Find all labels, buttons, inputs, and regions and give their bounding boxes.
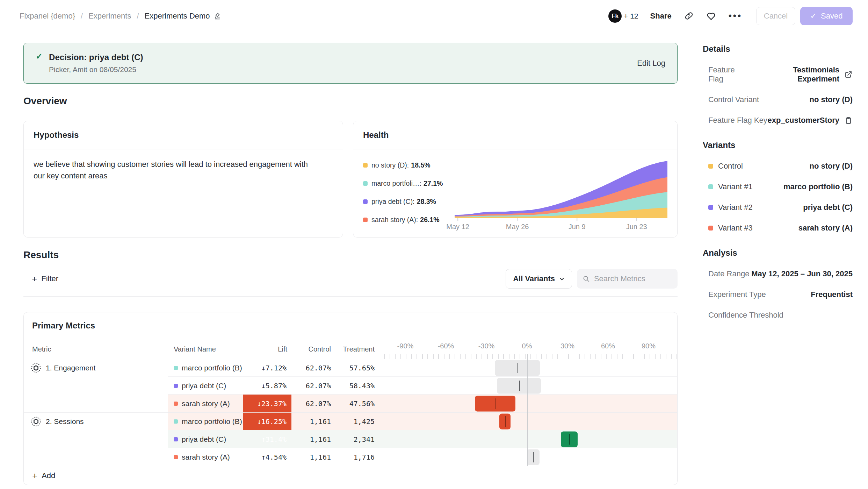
add-metric-button[interactable]: + Add	[24, 466, 677, 485]
legend-swatch	[363, 163, 368, 168]
variant-name: marco portfolio (B)	[182, 364, 242, 372]
axis-label: 90%	[642, 342, 656, 350]
breadcrumb-current[interactable]: Experiments Demo	[145, 12, 221, 21]
variants-dropdown-value: All Variants	[513, 274, 555, 283]
detail-row: Control Variantno story (D)	[708, 95, 853, 104]
lift-cell: ↓16.25%	[243, 413, 291, 430]
variant-swatch	[708, 164, 713, 169]
lift-cell: ↓23.37%	[243, 395, 291, 412]
detail-row: Feature FlagTestimonials Experiment	[708, 65, 853, 84]
analysis-value: May 12, 2025 – Jun 30, 2025	[751, 269, 853, 278]
goal-icon	[31, 363, 41, 373]
favorite-heart-icon[interactable]	[706, 11, 716, 21]
x-axis-tick	[577, 218, 577, 221]
point-estimate-marker	[518, 363, 518, 373]
confidence-interval-cell	[379, 430, 677, 448]
detail-value: exp_customerStory	[768, 116, 839, 125]
point-estimate-marker	[533, 452, 534, 462]
breadcrumb: Fixpanel {demo} / Experiments / Experime…	[20, 12, 221, 21]
x-axis-label: May 12	[446, 223, 469, 231]
breadcrumb-separator: /	[81, 12, 83, 21]
confidence-interval-cell	[379, 359, 677, 377]
metrics-table-body: 1. Engagementmarco portfolio (B)↓7.12%62…	[24, 359, 677, 466]
point-estimate-marker	[569, 434, 570, 445]
analysis-label: Confidence Threshold	[708, 311, 783, 320]
analysis-row: Date RangeMay 12, 2025 – Jun 30, 2025	[708, 269, 853, 278]
variant-swatch	[174, 419, 178, 424]
legend-item: priya debt (C):28.3%	[363, 198, 455, 206]
search-icon	[583, 275, 590, 283]
microscope-icon	[214, 12, 221, 20]
variant-cell: marco portfolio (B)	[168, 413, 243, 430]
treatment-cell: 58.43%	[335, 377, 379, 395]
variant-value: marco portfolio (B)	[783, 182, 853, 191]
variant-name: sarah story (A)	[182, 399, 230, 408]
details-heading: Details	[703, 44, 853, 54]
legend-value: 27.1%	[424, 179, 443, 187]
analysis-row: Experiment TypeFrequentist	[708, 290, 853, 299]
overview-heading: Overview	[23, 95, 678, 107]
axis-label: 60%	[601, 342, 615, 350]
table-row: 2. Sessionsmarco portfolio (B)↓16.25%1,1…	[24, 412, 677, 430]
legend-item: sarah story (A):26.1%	[363, 216, 455, 224]
cancel-button[interactable]: Cancel	[756, 7, 795, 25]
detail-label: Control Variant	[708, 95, 759, 104]
copy-link-icon[interactable]	[684, 11, 694, 21]
clipboard-icon[interactable]	[844, 116, 853, 125]
variant-value: priya debt (C)	[803, 203, 853, 212]
lift-axis-header: -90%-60%-30%0%30%60%90%	[379, 339, 677, 359]
variants-section: Variants Controlno story (D)Variant #1ma…	[703, 140, 853, 233]
variant-name: marco portfolio (B)	[182, 417, 242, 426]
metric-cell: 1. Engagement	[24, 359, 168, 377]
divider	[23, 296, 678, 297]
table-row: sarah story (A)↑4.54%1,1611,716	[24, 448, 677, 466]
add-filter-button[interactable]: + Filter	[32, 274, 58, 283]
page-title: Experiments Demo	[145, 12, 210, 21]
x-axis-tick	[457, 218, 458, 221]
variant-cell: priya debt (C)	[168, 430, 243, 448]
search-metrics-box[interactable]	[577, 269, 678, 289]
top-header: Fixpanel {demo} / Experiments / Experime…	[0, 0, 868, 32]
x-axis-tick	[517, 218, 518, 221]
control-cell: 1,161	[291, 413, 335, 430]
variants-dropdown[interactable]: All Variants	[506, 269, 572, 289]
confidence-interval-cell	[379, 395, 677, 412]
results-heading: Results	[23, 249, 678, 261]
control-cell: 62.07%	[291, 377, 335, 395]
column-metric: Metric	[24, 339, 168, 359]
collaborators-count[interactable]: + 12	[624, 12, 638, 20]
treatment-cell: 47.56%	[335, 395, 379, 412]
metric-label: 2. Sessions	[46, 417, 84, 426]
variant-label: Variant #2	[718, 203, 753, 212]
goal-icon	[31, 416, 41, 427]
search-metrics-input[interactable]	[594, 274, 672, 283]
breadcrumb-project[interactable]: Fixpanel {demo}	[20, 12, 75, 21]
variant-swatch	[174, 402, 178, 406]
breadcrumb-experiments[interactable]: Experiments	[88, 12, 131, 21]
edit-log-button[interactable]: Edit Log	[637, 59, 665, 68]
column-treatment: Treatment	[335, 339, 379, 359]
primary-metrics-card: Primary Metrics Metric Variant Name Lift…	[23, 312, 678, 485]
hypothesis-card: Hypothesis we believe that showing custo…	[23, 121, 343, 238]
variant-label: Variant #3	[718, 224, 753, 233]
variant-value: no story (D)	[810, 162, 853, 171]
saved-button[interactable]: ✓ Saved	[800, 7, 853, 25]
variant-swatch	[174, 384, 178, 388]
avatar[interactable]: Fk	[608, 9, 622, 23]
details-sidebar: Details Feature FlagTestimonials Experim…	[694, 32, 868, 489]
variant-row: Variant #2priya debt (C)	[708, 203, 853, 212]
plus-icon: +	[32, 274, 37, 283]
variants-heading: Variants	[703, 140, 853, 150]
external-link-icon[interactable]	[844, 70, 853, 79]
axis-tick-ruler	[379, 354, 677, 359]
health-card: Health no story (D):18.5%marco portfoli……	[353, 121, 678, 238]
more-options-icon[interactable]: •••	[729, 10, 742, 21]
decision-title: Decision: priya debt (C)	[49, 52, 143, 62]
add-label: Add	[42, 471, 55, 480]
filter-label: Filter	[41, 274, 58, 283]
x-axis-tick	[636, 218, 637, 221]
share-button[interactable]: Share	[650, 12, 672, 21]
primary-metrics-title: Primary Metrics	[24, 312, 677, 339]
hypothesis-body: we believe that showing customer stories…	[24, 149, 324, 191]
legend-name: priya debt (C):	[371, 198, 415, 206]
